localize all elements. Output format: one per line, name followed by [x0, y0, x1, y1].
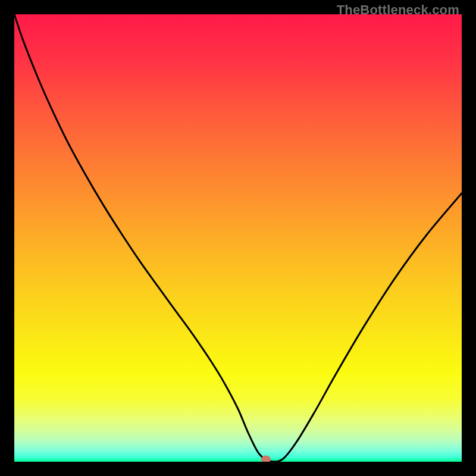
curve-layer: [14, 14, 462, 462]
chart-frame: TheBottleneck.com: [0, 0, 476, 476]
plot-area: [14, 14, 462, 462]
bottleneck-curve: [14, 14, 462, 462]
optimum-marker: [261, 456, 271, 462]
